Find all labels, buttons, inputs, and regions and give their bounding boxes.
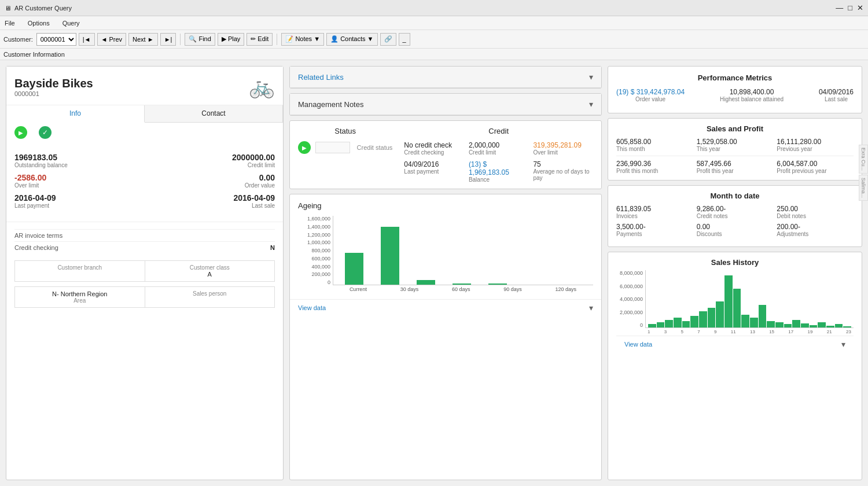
- next-btn[interactable]: Next ►: [128, 33, 158, 46]
- mtd-grid-row1: 611,839.05 Invoices 9,286.00- Credit not…: [616, 205, 854, 219]
- customer-select[interactable]: 0000001: [36, 33, 76, 46]
- bike-icon: 🚲: [249, 75, 275, 99]
- last-sale-date-value: 04/09/2016: [819, 88, 854, 96]
- avg-days-lbl: Average no of days to pay: [533, 168, 593, 181]
- bar-90-rect: [453, 284, 471, 285]
- history-view-data-link[interactable]: View data: [624, 341, 652, 348]
- credit-status-label: Credit status: [355, 144, 392, 151]
- history-bar-19: [810, 325, 818, 328]
- area-section: N- Northern Region Area Sales person: [14, 286, 275, 308]
- toolbar: Customer: 0000001 |◄ ◄ Prev Next ► ►| 🔍 …: [0, 30, 868, 49]
- this-year-lbl: This year: [697, 146, 774, 152]
- link-btn[interactable]: 🔗: [380, 33, 396, 46]
- outstanding-balance-label: Outstanding balance: [14, 162, 68, 168]
- profit-prev-year-cell: 6,004,587.00 Profit previous year: [777, 160, 854, 174]
- credit-grid-row2: 04/09/2016 Last payment (13) $ 1,969,183…: [404, 160, 593, 183]
- menu-options[interactable]: Options: [25, 19, 52, 28]
- customer-label: Customer:: [3, 36, 33, 43]
- no-credit-check-label: Credit checking: [404, 149, 464, 156]
- history-bar-8: [716, 301, 724, 327]
- sales-history-chart-area: 8,000,000 6,000,000 4,000,000 2,000,000 …: [616, 270, 854, 336]
- xlabel-60: 60 days: [452, 286, 470, 292]
- app-title: AR Customer Query: [14, 5, 72, 12]
- management-notes-header[interactable]: Management Notes ▾: [290, 94, 601, 115]
- profit-month-cell: 236,990.36 Profit this month: [616, 160, 693, 174]
- history-bar-13: [759, 305, 767, 327]
- title-bar-controls[interactable]: — □ ✕: [836, 3, 863, 12]
- order-value-block: (19) $ 319,424,978.04 Order value: [616, 88, 685, 102]
- area-cell: N- Northern Region Area: [15, 287, 145, 307]
- discounts-val: 0.00: [697, 223, 774, 231]
- bar-120: [488, 284, 507, 285]
- first-btn[interactable]: |◄: [79, 33, 95, 46]
- avg-days-cell: 75 Average no of days to pay: [533, 160, 593, 183]
- notes-btn[interactable]: 📝 Notes ▼: [281, 33, 324, 46]
- history-bar-10: [733, 289, 741, 328]
- history-view-data-row: View data ▾: [616, 336, 854, 352]
- status-credit-content: Status ▶ Credit status Credit No credit …: [290, 121, 601, 189]
- profit-prev-year-lbl: Profit previous year: [777, 168, 854, 174]
- bar-30: [381, 227, 399, 285]
- xlabel-90: 90 days: [503, 286, 522, 292]
- history-bar-21: [826, 326, 834, 327]
- tab-info[interactable]: Info: [6, 105, 145, 123]
- history-bar-17: [792, 320, 800, 328]
- related-links-header[interactable]: Related Links ▾: [290, 67, 601, 88]
- contacts-btn[interactable]: 👤 Contacts ▼: [326, 33, 377, 46]
- menu-query[interactable]: Query: [60, 19, 82, 28]
- more-btn[interactable]: _: [399, 33, 410, 46]
- this-month-lbl: This month: [616, 146, 693, 152]
- history-bar-22: [835, 324, 843, 327]
- prev-year-cell: 16,111,280.00 Previous year: [777, 138, 854, 152]
- perf-order-value: (19) $ 319,424,978.04: [616, 88, 685, 96]
- ageing-chart-container: 1,600,000 1,400,000 1,200,000 1,000,000 …: [298, 216, 593, 292]
- over-limit-val: 319,395,281.09: [533, 141, 593, 149]
- balance-lbl: Balance: [469, 176, 529, 183]
- status-row: ▶ Credit status: [298, 141, 392, 154]
- management-notes-title: Management Notes: [298, 100, 363, 109]
- sales-person-cell: Sales person: [145, 287, 275, 307]
- ar-terms-label: AR invoice terms: [14, 232, 62, 239]
- order-value-label: Order value: [245, 182, 275, 189]
- play-btn[interactable]: ▶ Play: [218, 33, 244, 46]
- last-sale-date-label: Last sale: [819, 96, 854, 102]
- bar-30-rect: [381, 227, 399, 285]
- ageing-title: Ageing: [298, 201, 593, 210]
- maximize-btn[interactable]: □: [848, 3, 852, 12]
- ageing-content: Ageing 1,600,000 1,400,000 1,200,000 1,0…: [290, 194, 601, 299]
- area-value: N- Northern Region: [20, 290, 140, 297]
- side-label-1: Exra Cu...: [859, 145, 868, 174]
- ageing-panel: Ageing 1,600,000 1,400,000 1,200,000 1,0…: [289, 194, 602, 480]
- chart-body: Current 30 days 60 days 90 days 120 days: [333, 216, 593, 292]
- profit-year-val: 587,495.66: [697, 160, 774, 168]
- close-btn[interactable]: ✕: [857, 3, 863, 12]
- edit-btn[interactable]: ✏ Edit: [247, 33, 273, 46]
- history-chevron: ▾: [841, 340, 845, 349]
- find-btn[interactable]: 🔍 Find: [185, 33, 215, 46]
- adjustments-lbl: Adjustments: [777, 231, 854, 237]
- dates-row: 2016-04-09 Last payment 2016-04-09 Last …: [14, 193, 275, 209]
- status-credit-panel: Status ▶ Credit status Credit No credit …: [289, 120, 602, 189]
- prev-btn[interactable]: ◄ Prev: [97, 33, 127, 46]
- last-payment-value: 2016-04-09: [14, 193, 56, 203]
- history-bar-7: [708, 308, 716, 327]
- ageing-view-data-link[interactable]: View data: [298, 304, 326, 311]
- left-panel: Bayside Bikes 0000001 🚲 Info Contact ▶ ✓…: [6, 66, 284, 480]
- sales-profit-panel: Sales and Profit 605,858.00 This month 1…: [608, 118, 862, 181]
- chart-bars: [333, 216, 593, 285]
- menu-file[interactable]: File: [2, 19, 17, 28]
- balance-cell: (13) $ 1,969,183.05 Balance: [469, 160, 529, 183]
- prev-year-val: 16,111,280.00: [777, 138, 854, 146]
- minimize-btn[interactable]: —: [836, 3, 843, 12]
- last-btn[interactable]: ►|: [160, 33, 176, 46]
- history-bar-12: [750, 318, 758, 327]
- this-year-val: 1,529,058.00: [697, 138, 774, 146]
- ar-terms-row: AR invoice terms: [14, 229, 275, 239]
- no-credit-check-cell: No credit check Credit checking: [404, 141, 464, 156]
- credit-notes-val: 9,286.00-: [697, 205, 774, 213]
- credit-limit-label: Credit limit: [232, 162, 275, 168]
- related-links-chevron: ▾: [589, 72, 593, 82]
- play-status-icon: ▶: [14, 126, 27, 139]
- tab-contact[interactable]: Contact: [145, 105, 283, 122]
- perf-order-label: Order value: [616, 96, 685, 102]
